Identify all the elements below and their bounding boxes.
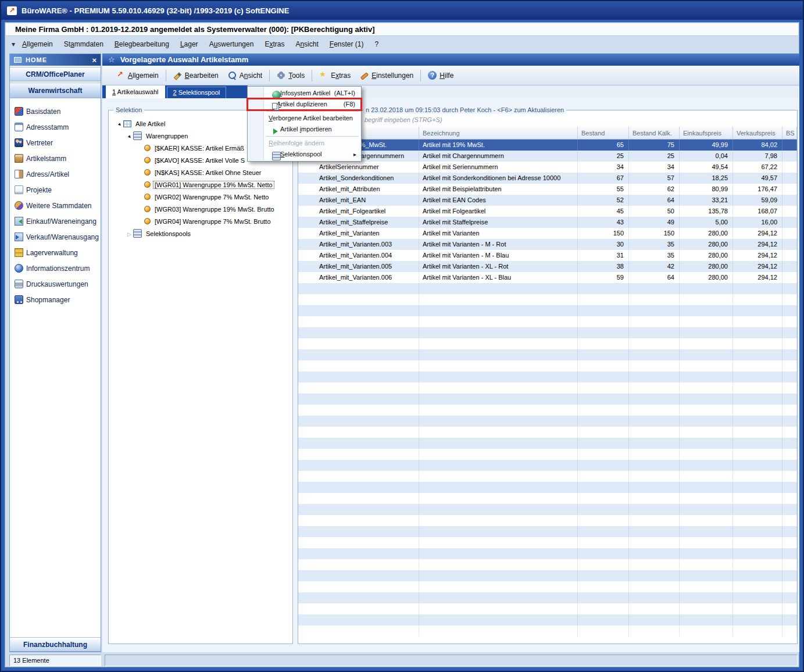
column-header-bezeichnung[interactable]: Bezeichnung: [419, 127, 578, 140]
table-cell: [782, 537, 797, 548]
sidebar-item-vertreter[interactable]: Vertreter: [10, 135, 101, 151]
sidebar-section-warenwirtschaft[interactable]: Warenwirtschaft: [10, 83, 101, 98]
tab-2-selektionspool[interactable]: 2 Selektionspool: [167, 87, 227, 98]
menubar-item-extras[interactable]: Extras: [265, 40, 284, 48]
expand-expander-icon[interactable]: [126, 230, 133, 237]
toolbar-button-ansicht[interactable]: Ansicht: [223, 69, 267, 83]
context-menu-item-infosystem-artikel[interactable]: Infosystem Artikel(ALT+I): [248, 88, 361, 99]
app-arrow-icon: [7, 6, 17, 15]
table-row[interactable]: Artikel_mit_AttributenArtikel mit Beispi…: [298, 184, 797, 195]
tree-item-wgr04-warengruppe-7-mwst-brutto[interactable]: [WGR04] Warengruppe 7% MwSt. Brutto: [110, 215, 291, 227]
tab-1-artikelauswahl[interactable]: 1 Artikelauswahl: [106, 85, 165, 98]
table-cell: [298, 338, 419, 349]
sidebar-item-shopmanager[interactable]: Shopmanager: [10, 292, 101, 308]
toolbar-separator: [420, 70, 421, 81]
sidebar-item-weitere-stammdaten[interactable]: Weitere Stammdaten: [10, 198, 101, 213]
context-menu-item-verborgene-artikel-bearbeiten[interactable]: Verborgene Artikel bearbeiten: [248, 113, 361, 124]
menubar-item-lager[interactable]: Lager: [180, 40, 198, 48]
tree-item-n-kas-kasse-artikel-ohne-steuer[interactable]: [N$KAS] KASSE: Artikel Ohne Steuer: [110, 166, 291, 178]
collapse-expander-icon[interactable]: [126, 133, 133, 140]
table-cell: [782, 173, 797, 184]
menubar-item-belegbearbeitung[interactable]: Belegbearbeitung: [115, 40, 169, 48]
table-row[interactable]: Artikel_SonderkonditionenArtikel mit Son…: [298, 173, 797, 184]
tree-item-wgr01-warengruppe-19-mwst-netto[interactable]: [WGR01] Warengruppe 19% MwSt. Netto: [110, 178, 291, 191]
sphere-icon: [144, 157, 151, 163]
menubar-item-fenster-1[interactable]: Fenster (1): [330, 40, 364, 48]
sidebar-item-einkauf-wareneingang[interactable]: Einkauf/Wareneingang: [10, 213, 101, 229]
table-cell: [419, 537, 578, 548]
sidebar-item-verkauf-warenausgang[interactable]: Verkauf/Warenausgang: [10, 229, 101, 245]
table-row[interactable]: Artikel_mit_Varianten.003Artikel mit Var…: [298, 239, 797, 250]
sidebar-item-adress-artikel[interactable]: Adress/Artikel: [10, 166, 101, 182]
table-cell: [298, 316, 419, 327]
sidebar-item-informationszentrum[interactable]: Informationszentrum: [10, 260, 101, 276]
menubar-item-stammdaten[interactable]: Stammdaten: [64, 40, 103, 48]
sidebar-section-finanzbuchhaltung[interactable]: Finanzbuchhaltung: [10, 637, 101, 652]
column-header-verkaufspreis[interactable]: Verkaufspreis: [733, 127, 782, 140]
menubar-item-allgemein[interactable]: Allgemein: [22, 40, 53, 48]
toolbar-button-hilfe[interactable]: Hilfe: [423, 69, 458, 83]
table-row[interactable]: Artikel_mit_FolgeartikelArtikel mit Folg…: [298, 206, 797, 217]
table-cell: 75: [629, 140, 680, 151]
infosystem-globe-icon: [272, 91, 281, 99]
table-row[interactable]: Artikel_mit_EANArtikel mit EAN Codes5264…: [298, 195, 797, 206]
table-cell: 49,99: [680, 140, 733, 151]
collapse-expander-icon[interactable]: [116, 120, 123, 127]
sidebar-item-adressstamm[interactable]: Adressstamm: [10, 119, 101, 135]
context-menu-item-artikel-importieren[interactable]: Artikel importieren: [248, 124, 361, 135]
table-row[interactable]: ArtikelSeriennummerArtikel mit Seriennum…: [298, 162, 797, 173]
close-icon[interactable]: ×: [92, 56, 97, 64]
table-cell: [578, 526, 629, 537]
table-cell: [298, 360, 419, 371]
table-cell: [733, 570, 782, 581]
sidebar-section-crm-officeplaner[interactable]: CRM/OfficePlaner: [10, 67, 101, 81]
table-row[interactable]: Artikel_mit_Varianten.004Artikel mit Var…: [298, 250, 797, 261]
menubar-item-help[interactable]: ?: [375, 40, 379, 48]
table-row[interactable]: Artikel_mit_ChargennummernArtikel mit Ch…: [298, 151, 797, 162]
column-header-bestand[interactable]: Bestand: [578, 127, 629, 140]
column-header-bs[interactable]: BS: [782, 127, 797, 140]
table-cell: [419, 305, 578, 316]
table-cell: 67: [578, 173, 629, 184]
tree-item-wgr02-warengruppe-7-mwst-netto[interactable]: [WGR02] Warengruppe 7% MwSt. Netto: [110, 191, 291, 203]
toolbar-button-extras[interactable]: Extras: [315, 69, 355, 83]
table-cell: [629, 316, 680, 327]
table-cell: [298, 570, 419, 581]
table-row[interactable]: Artikel_mit_19%_MwSt.Artikel mit 19% MwS…: [298, 140, 797, 151]
table-cell: 57: [629, 173, 680, 184]
table-cell: [733, 294, 782, 305]
table-row[interactable]: Artikel_mit_Varianten.006Artikel mit Var…: [298, 272, 797, 283]
toolbar-button-bearbeiten[interactable]: Bearbeiten: [169, 69, 223, 83]
dropdown-caret-icon[interactable]: [12, 40, 15, 48]
table-cell: [298, 515, 419, 526]
table-cell: [782, 162, 797, 173]
menubar-item-auswertungen[interactable]: Auswertungen: [209, 40, 254, 48]
table-cell: [782, 438, 797, 449]
table-cell: [782, 559, 797, 570]
table-cell: [578, 559, 629, 570]
sidebar-item-basisdaten[interactable]: Basisdaten: [10, 103, 101, 119]
context-menu-item-selektionspool[interactable]: Selektionspool: [248, 149, 361, 160]
table-row[interactable]: Artikel_mit_VariantenArtikel mit Variant…: [298, 228, 797, 239]
sidebar-item-projekte[interactable]: Projekte: [10, 182, 101, 198]
table-cell: [419, 482, 578, 493]
table-cell: [298, 394, 419, 405]
table-cell: 33,21: [680, 195, 733, 206]
sidebar-item-druckauswertungen[interactable]: Druckauswertungen: [10, 276, 101, 292]
tree-item-selektionspools[interactable]: Selektionspools: [110, 227, 291, 240]
toolbar-button-tools[interactable]: Tools: [272, 69, 309, 83]
column-header-einkaufspreis[interactable]: Einkaufspreis: [680, 127, 733, 140]
menubar-item-ansicht[interactable]: Ansicht: [295, 40, 318, 48]
table-row[interactable]: Artikel_mit_Varianten.005Artikel mit Var…: [298, 261, 797, 272]
toolbar-button-allgemein[interactable]: Allgemein: [112, 69, 163, 83]
sidebar-item-artikelstamm[interactable]: Artikelstamm: [10, 151, 101, 166]
sidebar-item-lagerverwaltung[interactable]: Lagerverwaltung: [10, 245, 101, 260]
table-cell: 67,22: [733, 162, 782, 173]
table-cell: [419, 471, 578, 482]
table-row[interactable]: Artikel_mit_StaffelpreiseArtikel mit Sta…: [298, 217, 797, 228]
column-header-bestand-kalk[interactable]: Bestand Kalk.: [629, 127, 680, 140]
tree-item-wgr03-warengruppe-19-mwst-brutto[interactable]: [WGR03] Warengruppe 19% MwSt. Brutto: [110, 203, 291, 215]
search-hint[interactable]: begriff eingeben (STRG+S): [365, 116, 442, 123]
context-menu-item-artikel-duplizieren[interactable]: Artikel duplizieren(F8): [248, 99, 361, 110]
toolbar-button-einstellungen[interactable]: Einstellungen: [355, 69, 418, 83]
